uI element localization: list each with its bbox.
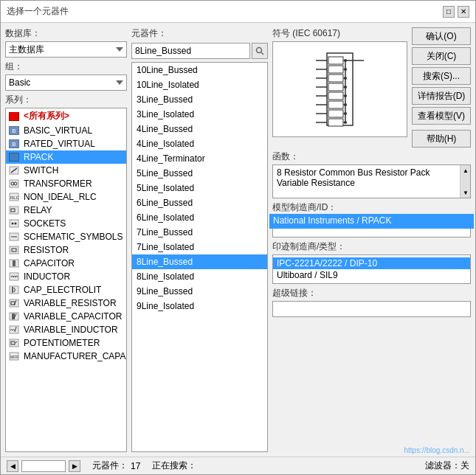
svg-point-10 bbox=[12, 223, 14, 225]
component-search-button[interactable] bbox=[252, 43, 268, 59]
series-item-basic_virtual[interactable]: BBASIC_VIRTUAL bbox=[6, 124, 126, 137]
function-label: 函数： bbox=[272, 150, 471, 163]
hyperlink-label: 超级链接： bbox=[272, 287, 471, 299]
footprint-item-ipc[interactable]: IPC-2221A/2222 / DIP-10 bbox=[273, 257, 470, 269]
series-item-potentiometer[interactable]: POTENTIOMETER bbox=[6, 336, 126, 350]
series-item-variable_inductor[interactable]: VARIABLE_INDUCTOR bbox=[6, 323, 126, 336]
component-item-4line_isolated[interactable]: 4Line_Isolated bbox=[132, 136, 267, 151]
database-select[interactable]: 主数据库 bbox=[5, 41, 127, 58]
component-item-3line_bussed[interactable]: 3Line_Bussed bbox=[132, 92, 267, 107]
series-item-non_ideal_rlc[interactable]: RLCNON_IDEAL_RLC bbox=[6, 190, 126, 204]
footprint-item-ultiboard[interactable]: Ultiboard / SIL9 bbox=[277, 269, 466, 281]
component-item-4line_terminator[interactable]: 4Line_Terminator bbox=[132, 151, 267, 166]
svg-rect-53 bbox=[328, 92, 343, 100]
footprint-box: IPC-2221A/2222 / DIP-10 Ultiboard / SIL9 bbox=[272, 254, 471, 284]
scroll-up-button[interactable]: ▲ bbox=[461, 165, 471, 176]
svg-rect-55 bbox=[328, 110, 343, 117]
buttons-area: 确认(O) 关闭(C) 搜索(S)... 详情报告(D) 查看模型(V) 帮助(… bbox=[412, 27, 471, 148]
component-item-6line_bussed[interactable]: 6Line_Bussed bbox=[132, 195, 267, 210]
series-item-resistor[interactable]: RESISTOR bbox=[6, 243, 126, 257]
component-item-10line_isolated[interactable]: 10Line_Isolated bbox=[132, 77, 267, 92]
nav-display bbox=[21, 460, 66, 472]
series-item-switch[interactable]: SWITCH bbox=[6, 164, 126, 177]
scroll-down-button[interactable]: ▼ bbox=[461, 187, 471, 198]
main-window: 选择一个元器件 □ ✕ 数据库： 主数据库 组： Basic 系列： bbox=[0, 0, 476, 475]
close-button[interactable]: 关闭(C) bbox=[412, 47, 471, 65]
filter-item: 滤波器：关 bbox=[425, 460, 469, 472]
search-row bbox=[131, 43, 268, 59]
right-top: 符号 (IEC 60617) bbox=[272, 27, 471, 148]
group-group: 组： Basic bbox=[5, 60, 127, 91]
component-item-7line_isolated[interactable]: 7Line_Isolated bbox=[132, 240, 267, 254]
symbol-title: 符号 (IEC 60617) bbox=[272, 27, 407, 40]
window-title: 选择一个元器件 bbox=[7, 5, 69, 18]
confirm-button[interactable]: 确认(O) bbox=[412, 27, 471, 45]
svg-rect-51 bbox=[328, 74, 343, 82]
view-model-button[interactable]: 查看模型(V) bbox=[412, 107, 471, 125]
series-item-all[interactable]: <所有系列> bbox=[6, 108, 126, 124]
svg-point-70 bbox=[344, 94, 347, 97]
series-group: 系列： <所有系列>BBASIC_VIRTUALBRATED_VIRTUALRP… bbox=[5, 94, 127, 452]
svg-rect-54 bbox=[328, 101, 343, 108]
title-bar: 选择一个元器件 □ ✕ bbox=[1, 1, 475, 23]
symbol-box bbox=[272, 41, 407, 137]
svg-point-67 bbox=[344, 68, 347, 71]
svg-rect-56 bbox=[328, 119, 343, 126]
svg-point-36 bbox=[257, 48, 262, 53]
component-count-label: 元器件： bbox=[92, 460, 128, 472]
group-label: 组： bbox=[5, 60, 127, 73]
series-item-cap_electrolit[interactable]: CAP_ELECTROLIT bbox=[6, 283, 126, 297]
component-list[interactable]: 10Line_Bussed10Line_Isolated3Line_Bussed… bbox=[131, 62, 268, 452]
series-item-manufacturer_capa[interactable]: MFRMANUFACTURER_CAPA bbox=[6, 350, 126, 363]
svg-text:RLC: RLC bbox=[10, 195, 19, 200]
svg-rect-50 bbox=[328, 66, 343, 73]
symbol-area: 符号 (IEC 60617) bbox=[272, 27, 407, 148]
component-item-5line_isolated[interactable]: 5Line_Isolated bbox=[132, 181, 267, 195]
detail-report-button[interactable]: 详情报告(D) bbox=[412, 87, 471, 105]
series-item-variable_resistor[interactable]: VARIABLE_RESISTOR bbox=[6, 297, 126, 310]
function-box: 8 Resistor Common Bus Resistor PackVaria… bbox=[272, 164, 471, 198]
group-select[interactable]: Basic bbox=[5, 74, 127, 91]
component-count-item: 元器件： 17 bbox=[92, 460, 140, 472]
minimize-button[interactable]: □ bbox=[443, 6, 455, 18]
searching-label: 正在搜索： bbox=[152, 460, 196, 472]
search-button[interactable]: 搜索(S)... bbox=[412, 67, 471, 85]
series-item-rpack[interactable]: RPACK bbox=[6, 150, 126, 164]
nav-right-button[interactable]: ▶ bbox=[69, 460, 80, 472]
component-item-4line_bussed[interactable]: 4Line_Bussed bbox=[132, 122, 267, 136]
component-item-10line_bussed[interactable]: 10Line_Bussed bbox=[132, 63, 267, 77]
series-item-transformer[interactable]: TRANSFORMER bbox=[6, 177, 126, 190]
series-item-capacitor[interactable]: CAPACITOR bbox=[6, 257, 126, 270]
svg-point-66 bbox=[344, 59, 347, 62]
footprint-section: 印迹制造商/类型： IPC-2221A/2222 / DIP-10 Ultibo… bbox=[272, 240, 471, 284]
component-item-6line_isolated[interactable]: 6Line_Isolated bbox=[132, 210, 267, 225]
series-item-inductor[interactable]: INDUCTOR bbox=[6, 270, 126, 283]
component-item-9line_isolated[interactable]: 9Line_Isolated bbox=[132, 299, 267, 313]
nav-left-button[interactable]: ◀ bbox=[7, 460, 18, 472]
series-item-sockets[interactable]: SOCKETS bbox=[6, 217, 126, 230]
component-item-5line_bussed[interactable]: 5Line_Bussed bbox=[132, 166, 267, 181]
component-header-label: 元器件： bbox=[131, 27, 167, 40]
component-item-8line_isolated[interactable]: 8Line_Isolated bbox=[132, 269, 267, 284]
component-item-3line_isolated[interactable]: 3Line_Isolated bbox=[132, 107, 267, 122]
component-item-7line_bussed[interactable]: 7Line_Bussed bbox=[132, 225, 267, 240]
component-item-8line_bussed[interactable]: 8Line_Bussed bbox=[132, 254, 267, 269]
function-scrollbar[interactable]: ▲ ▼ bbox=[460, 165, 470, 198]
svg-rect-16 bbox=[10, 260, 18, 267]
svg-point-11 bbox=[15, 223, 17, 225]
filter-label: 滤波器：关 bbox=[425, 460, 469, 471]
component-search-input[interactable] bbox=[131, 43, 250, 59]
maximize-button[interactable]: ✕ bbox=[458, 6, 469, 18]
component-item-9line_bussed[interactable]: 9Line_Bussed bbox=[132, 284, 267, 299]
watermark: https://blog.csdn.n... bbox=[404, 446, 471, 454]
series-item-variable_capacitor[interactable]: VARIABLE_CAPACITOR bbox=[6, 310, 126, 323]
help-button[interactable]: 帮助(H) bbox=[412, 130, 471, 148]
database-group: 数据库： 主数据库 bbox=[5, 27, 127, 58]
model-box: National Instruments / RPACK bbox=[272, 215, 471, 238]
series-item-schematic_symbols[interactable]: SCHEMATIC_SYMBOLS bbox=[6, 230, 126, 243]
series-list[interactable]: <所有系列>BBASIC_VIRTUALBRATED_VIRTUALRPACKS… bbox=[5, 108, 127, 452]
series-item-relay[interactable]: RELAY bbox=[6, 204, 126, 217]
svg-rect-20 bbox=[10, 286, 18, 294]
search-icon bbox=[255, 46, 264, 55]
series-item-rated_virtual[interactable]: BRATED_VIRTUAL bbox=[6, 137, 126, 150]
